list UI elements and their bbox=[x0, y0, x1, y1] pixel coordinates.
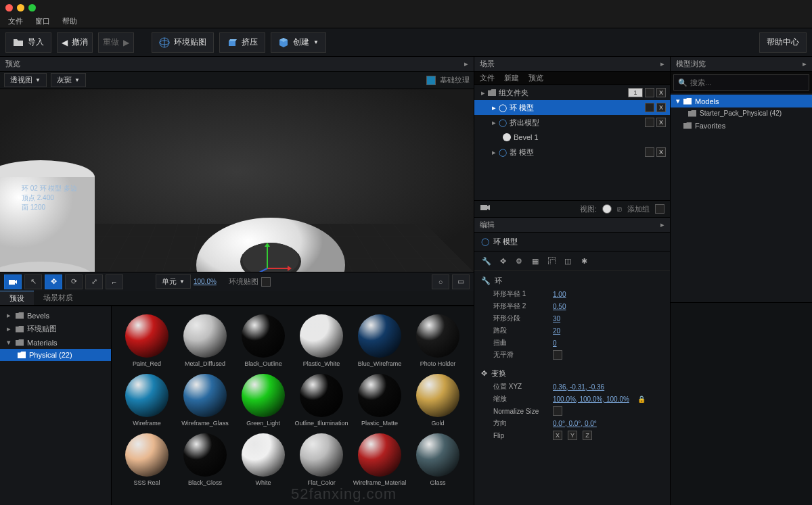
material-outline-illumination[interactable]: Outline_Illumination bbox=[294, 374, 348, 427]
delete-button[interactable]: X bbox=[656, 118, 666, 127]
scene-item[interactable]: ▸组文件夹1X bbox=[474, 85, 670, 100]
camera-view-dot[interactable] bbox=[602, 204, 612, 214]
move-tool[interactable]: ✥ bbox=[45, 274, 62, 289]
tag-badge[interactable]: 1 bbox=[628, 88, 643, 97]
viewport-rect-toggle[interactable]: ▭ bbox=[452, 274, 470, 289]
import-button[interactable]: 导入 bbox=[5, 32, 51, 53]
material-metal-diffused[interactable]: Metal_Diffused bbox=[178, 314, 232, 367]
axis-tool[interactable]: ⌐ bbox=[106, 274, 123, 289]
grid-icon[interactable]: ▦ bbox=[530, 256, 541, 266]
prop-value[interactable]: 0 bbox=[553, 339, 557, 347]
flip-x-button[interactable]: X bbox=[553, 431, 562, 440]
minimize-window-button[interactable] bbox=[17, 4, 24, 11]
maximize-window-button[interactable] bbox=[28, 4, 36, 11]
scene-new-menu[interactable]: 新建 bbox=[504, 73, 519, 83]
material-green-light[interactable]: Green_Light bbox=[236, 374, 290, 427]
move-icon[interactable]: ✥ bbox=[497, 256, 508, 266]
undo-button[interactable]: ◀ 撤消 bbox=[57, 32, 93, 53]
transform-gizmo[interactable]: z bbox=[254, 241, 294, 272]
panel-collapse-icon[interactable]: ▸ bbox=[803, 59, 807, 68]
help-center-button[interactable]: 帮助中心 bbox=[759, 32, 807, 53]
redo-button[interactable]: 重做 ▶ bbox=[98, 32, 134, 53]
menu-help[interactable]: 帮助 bbox=[62, 16, 77, 26]
lib-models[interactable]: ▾Models bbox=[671, 95, 812, 107]
material-wireframe-material[interactable]: Wireframe_Material bbox=[353, 433, 407, 486]
flip-y-button[interactable]: Y bbox=[568, 431, 577, 440]
scene-item[interactable]: Bevel 1 bbox=[474, 130, 670, 145]
material-sss-real[interactable]: SSS Real bbox=[120, 433, 174, 486]
panel-collapse-icon[interactable]: ▸ bbox=[464, 59, 468, 68]
material-black-outline[interactable]: Black_Outline bbox=[236, 314, 290, 367]
lib-starter-pack[interactable]: Starter_Pack_Physical (42) bbox=[671, 107, 812, 119]
viewport-circle-toggle[interactable]: ○ bbox=[432, 274, 449, 289]
3d-viewport[interactable]: z 环 02 环 模型 多边 顶点 2.400 面 1200 bbox=[0, 89, 474, 272]
scene-item[interactable]: ▸◯器 模型X bbox=[474, 145, 670, 160]
viewport-toggle-a[interactable] bbox=[426, 76, 436, 85]
camera-tool[interactable] bbox=[4, 274, 22, 289]
lib-favorites[interactable]: ▸Favorites bbox=[671, 119, 812, 132]
material-photo-holder[interactable]: Photo Holder bbox=[411, 314, 465, 367]
library-search-input[interactable] bbox=[690, 78, 805, 87]
material-plastic-matte[interactable]: Plastic_Matte bbox=[353, 374, 407, 427]
delete-button[interactable]: X bbox=[656, 147, 666, 157]
add-group-button[interactable]: 添加组 bbox=[627, 204, 650, 214]
settings-icon[interactable]: ✱ bbox=[579, 256, 589, 266]
shading-dropdown[interactable]: 灰斑 ▼ bbox=[51, 73, 86, 87]
prop-value[interactable]: 100.0%, 100.0%, 100.0% bbox=[553, 395, 629, 403]
scene-preview-menu[interactable]: 预览 bbox=[528, 73, 543, 83]
extrude-button[interactable]: 挤压 bbox=[219, 32, 265, 53]
camera-link-icon[interactable]: ⎚ bbox=[617, 205, 622, 213]
prop-value[interactable]: 0.50 bbox=[553, 303, 566, 310]
material-glass[interactable]: Glass bbox=[411, 433, 465, 486]
material-blue-wireframe[interactable]: Blue_Wireframe bbox=[353, 314, 407, 367]
create-button[interactable]: 创建 ▼ bbox=[271, 32, 326, 53]
camera-icon[interactable] bbox=[480, 203, 491, 214]
prop-value[interactable]: 1.00 bbox=[553, 291, 566, 298]
lock-icon[interactable]: 🔒 bbox=[637, 395, 646, 403]
view-mode-dropdown[interactable]: 透视图 ▼ bbox=[4, 73, 47, 87]
tree-bevels[interactable]: ▸Bevels bbox=[0, 309, 111, 322]
expand-icon[interactable]: ▸ bbox=[492, 103, 496, 112]
scene-file-menu[interactable]: 文件 bbox=[480, 73, 495, 83]
rotate-tool[interactable]: ⟳ bbox=[65, 274, 83, 289]
visibility-toggle[interactable] bbox=[645, 118, 654, 127]
tree-materials[interactable]: ▾Materials bbox=[0, 336, 111, 349]
close-window-button[interactable] bbox=[5, 4, 13, 11]
env-toggle[interactable] bbox=[261, 277, 271, 287]
camera-toggle[interactable] bbox=[655, 204, 664, 214]
flip-z-button[interactable]: Z bbox=[583, 431, 592, 440]
section-ring[interactable]: 🔧环 bbox=[474, 274, 670, 288]
expand-icon[interactable]: ▸ bbox=[481, 89, 485, 97]
prop-value[interactable]: 0.0°, 0.0°, 0.0° bbox=[553, 420, 597, 427]
tab-presets[interactable]: 预设 bbox=[0, 291, 34, 305]
prop-value[interactable]: 0.36, -0.31, -0.36 bbox=[553, 383, 604, 391]
tab-scene-materials[interactable]: 场景材质 bbox=[34, 291, 83, 305]
material-gold[interactable]: Gold bbox=[411, 374, 465, 427]
layers-icon[interactable]: ◫ bbox=[562, 256, 573, 266]
wrench-icon[interactable]: 🔧 bbox=[481, 256, 492, 266]
material-wireframe[interactable]: Wireframe bbox=[120, 374, 174, 427]
visibility-toggle[interactable] bbox=[645, 103, 654, 112]
menu-file[interactable]: 文件 bbox=[8, 16, 23, 26]
layout-icon[interactable]: ⿸ bbox=[546, 256, 557, 266]
tree-envmaps[interactable]: ▸环境贴图 bbox=[0, 322, 111, 336]
scene-item[interactable]: ▸◯挤出模型X bbox=[474, 115, 670, 130]
material-wireframe-glass[interactable]: Wireframe_Glass bbox=[178, 374, 232, 427]
material-paint-red[interactable]: Paint_Red bbox=[120, 314, 174, 367]
visibility-toggle[interactable] bbox=[645, 88, 654, 97]
material-flat-color[interactable]: Flat_Color bbox=[294, 433, 348, 486]
prop-value[interactable]: 20 bbox=[553, 327, 560, 335]
tree-physical[interactable]: Physical (22) bbox=[0, 349, 111, 361]
material-black-gloss[interactable]: Black_Gloss bbox=[178, 433, 232, 486]
select-tool[interactable]: ↖ bbox=[24, 274, 42, 289]
envmap-button[interactable]: 环境贴图 bbox=[152, 32, 214, 53]
material-plastic-white[interactable]: Plastic_White bbox=[294, 314, 348, 367]
expand-icon[interactable]: ▸ bbox=[492, 148, 496, 157]
menu-window[interactable]: 窗口 bbox=[35, 16, 50, 26]
visibility-toggle[interactable] bbox=[645, 147, 654, 157]
prop-value[interactable]: 30 bbox=[553, 315, 560, 322]
library-search[interactable]: 🔍 bbox=[673, 74, 809, 91]
panel-collapse-icon[interactable]: ▸ bbox=[660, 220, 664, 229]
normalize-checkbox[interactable] bbox=[553, 406, 562, 416]
delete-button[interactable]: X bbox=[656, 88, 666, 97]
